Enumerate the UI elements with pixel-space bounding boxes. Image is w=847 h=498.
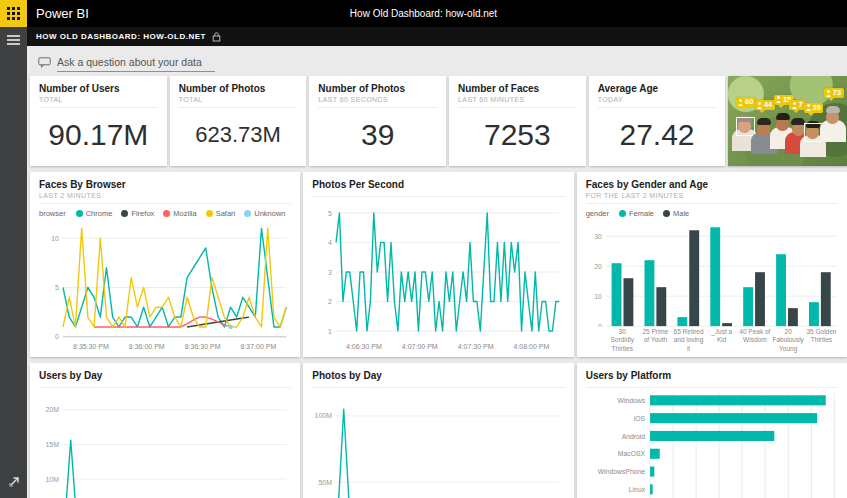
faces-by-browser-chart-area[interactable]: 05108:35:30 PM8:36:00 PM8:36:30 PM8:37:0… [39, 220, 291, 354]
person-glyph-icon [738, 99, 743, 106]
age-value: 7 [798, 101, 802, 109]
breadcrumb: HOW OLD DASHBOARD: HOW-OLD.NET [36, 32, 206, 41]
svg-text:20: 20 [594, 261, 602, 270]
svg-text:8:35:30 PM: 8:35:30 PM [73, 343, 109, 351]
legend-dot [663, 210, 670, 217]
legend-label: Female [629, 209, 654, 218]
svg-text:0: 0 [55, 333, 59, 341]
legend-item-chrome[interactable]: Chrome [76, 209, 113, 218]
photo-tile-age-detection[interactable]: 60 44 15 7 39 73 [728, 76, 847, 166]
svg-text:10M: 10M [45, 476, 59, 483]
qna-input[interactable] [57, 54, 215, 72]
legend-label: Unknown [254, 209, 285, 218]
age-tag: 60 [736, 97, 756, 107]
tile-subtitle: LAST 2 MINUTES [39, 192, 291, 199]
person-hair [757, 118, 771, 125]
dashboard-window-title: How Old Dashboard: how-old.net [0, 8, 847, 19]
age-tag: 39 [804, 103, 824, 113]
tile-header: Users by Day [39, 370, 291, 388]
tile-header: Photos by Day [312, 370, 564, 388]
users-by-platform-chart-area[interactable]: WindowsiOSAndroidMacOSXWindowsPhoneLinux… [586, 390, 838, 498]
face-detection-box [736, 117, 755, 136]
speech-bubble-icon [38, 57, 51, 68]
kpi-tile-row: Number of UsersTOTAL90.17MNumber of Phot… [30, 76, 847, 166]
tile-title: Number of Faces [458, 83, 577, 95]
breadcrumb-bar: HOW OLD DASHBOARD: HOW-OLD.NET [27, 27, 847, 46]
photos_per_second-svg: 123454:06:30 PM4:07:00 PM4:07:30 PM4:08:… [312, 199, 564, 353]
tile-photos-by-day[interactable]: Photos by Day50M100M [303, 363, 573, 498]
svg-text:15M: 15M [45, 441, 59, 448]
tile-title: Faces by Gender and Age [586, 179, 838, 191]
qna-bar [38, 50, 847, 72]
kpi-value: 623.73M [179, 108, 298, 163]
category-label: 40 Peak of Wisdom [738, 328, 771, 353]
legend-dot [206, 210, 213, 217]
svg-text:1: 1 [328, 326, 332, 335]
tile-header: Number of PhotosTOTAL [179, 83, 298, 108]
svg-text:100M: 100M [315, 412, 333, 419]
age-tag: 7 [789, 100, 805, 110]
tile-subtitle: LAST 60 SECONDS [318, 96, 437, 103]
age-value: 44 [764, 101, 772, 109]
tile-subtitle: TOTAL [179, 96, 298, 103]
legend-label: Male [673, 209, 689, 218]
users-by-day-chart-area[interactable]: 5M10M15M20M [39, 390, 291, 498]
svg-text:0: 0 [598, 321, 602, 327]
legend-label: Safari [216, 209, 236, 218]
menu-icon[interactable] [7, 35, 20, 45]
tile-header: Number of UsersTOTAL [39, 83, 158, 108]
tile-photos-per-second[interactable]: Photos Per Second123454:06:30 PM4:07:00 … [303, 172, 573, 357]
kpi-tile-number-of-photos[interactable]: Number of PhotosTOTAL623.73M [170, 76, 307, 166]
legend-item-female[interactable]: Female [619, 209, 654, 218]
app-launcher-icon[interactable] [0, 0, 27, 27]
legend-title: browser [39, 209, 66, 218]
age-value: 60 [745, 98, 753, 106]
legend-label: Firefox [131, 209, 154, 218]
svg-text:5: 5 [55, 283, 59, 291]
kpi-tile-number-of-photos[interactable]: Number of PhotosLAST 60 SECONDS39 [309, 76, 446, 166]
svg-text:8:36:00 PM: 8:36:00 PM [129, 343, 165, 351]
svg-text:4:06:30 PM: 4:06:30 PM [346, 341, 382, 350]
tile-header: Photos Per Second [312, 179, 564, 197]
svg-text:Android: Android [621, 432, 645, 439]
kpi-tile-average-age[interactable]: Average AgeTODAY27.42 [589, 76, 726, 166]
kpi-tile-number-of-users[interactable]: Number of UsersTOTAL90.17M [30, 76, 167, 166]
tile-title: Photos by Day [312, 370, 564, 382]
photos-by-day-chart-area[interactable]: 50M100M [312, 390, 564, 498]
photos_by_day-svg: 50M100M [312, 390, 564, 498]
svg-text:10: 10 [594, 291, 602, 300]
tile-title: Number of Photos [318, 83, 437, 95]
svg-text:5: 5 [328, 208, 332, 217]
legend-item-firefox[interactable]: Firefox [121, 209, 154, 218]
tile-header: Users by Platform [586, 370, 838, 388]
age-value: 39 [813, 104, 821, 112]
photos-per-second-chart-area[interactable]: 123454:06:30 PM4:07:00 PM4:07:30 PM4:08:… [312, 199, 564, 353]
svg-text:MacOSX: MacOSX [618, 450, 646, 457]
tile-header: Number of PhotosLAST 60 SECONDS [318, 83, 437, 108]
chart-tile-row-2: Users by Day5M10M15M20MPhotos by Day50M1… [30, 363, 847, 498]
expand-fullscreen-icon[interactable] [7, 475, 21, 489]
legend-title: gender [586, 209, 609, 218]
category-label: 65 Retired and loving it [672, 328, 705, 353]
legend-item-safari[interactable]: Safari [206, 209, 236, 218]
tile-faces-by-browser[interactable]: Faces By BrowserLAST 2 MINUTESbrowserChr… [30, 172, 300, 357]
person-hair [826, 106, 840, 113]
svg-text:iOS: iOS [633, 415, 645, 422]
category-label: _Just a Kid [705, 328, 738, 353]
svg-text:8:36:30 PM: 8:36:30 PM [185, 343, 221, 351]
kpi-tile-number-of-faces[interactable]: Number of FacesLAST 60 MINUTES7253 [449, 76, 586, 166]
tile-faces-by-gender-age[interactable]: Faces by Gender and AgeFOR THE LAST 2 MI… [577, 172, 847, 357]
tile-header: Faces By BrowserLAST 2 MINUTES [39, 179, 291, 204]
faces_by_gender_age-svg: 0102030 [586, 220, 838, 327]
tile-title: Number of Photos [179, 83, 298, 95]
tile-header: Average AgeTODAY [598, 83, 717, 108]
faces-by-gender-age-chart-area[interactable]: 010203030 Sordidly Thirties25 Prime of Y… [586, 220, 838, 354]
tile-users-by-day[interactable]: Users by Day5M10M15M20M [30, 363, 300, 498]
legend-item-male[interactable]: Male [663, 209, 689, 218]
left-nav-sidebar [0, 27, 27, 498]
dashboard-canvas: Number of UsersTOTAL90.17MNumber of Phot… [27, 46, 847, 498]
tile-users-by-platform[interactable]: Users by PlatformWindowsiOSAndroidMacOSX… [577, 363, 847, 498]
legend-item-mozilla[interactable]: Mozilla [163, 209, 196, 218]
legend-item-unknown[interactable]: Unknown [244, 209, 285, 218]
person-hair [776, 113, 790, 120]
